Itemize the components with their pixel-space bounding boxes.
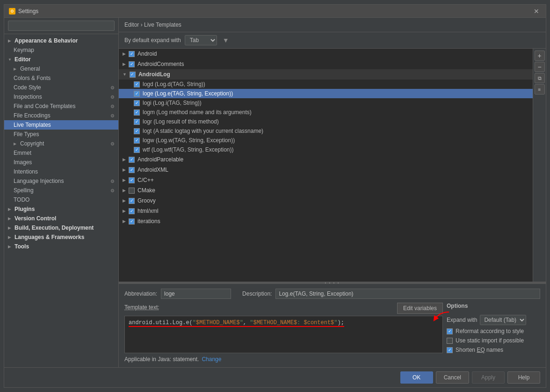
sidebar-item-file-encodings[interactable]: File Encodings ⚙ bbox=[4, 111, 118, 120]
help-button[interactable]: Help bbox=[507, 371, 540, 384]
sidebar-item-build-execution[interactable]: ▶ Build, Execution, Deployment bbox=[4, 223, 118, 232]
search-input[interactable] bbox=[8, 21, 115, 31]
change-link[interactable]: Change bbox=[202, 356, 221, 363]
android-checkbox[interactable]: ✓ bbox=[129, 51, 135, 57]
shorten-eq-checkbox[interactable]: ✓ bbox=[447, 347, 453, 353]
settings-dialog: ⚙ Settings ✕ ▶ Appearance & Behavior Key… bbox=[4, 4, 546, 388]
sidebar-item-todo[interactable]: TODO bbox=[4, 195, 118, 204]
sidebar-item-languages-frameworks[interactable]: ▶ Languages & Frameworks bbox=[4, 232, 118, 242]
logm-label: logm (Log method name and its arguments) bbox=[143, 109, 252, 116]
sidebar-item-code-style[interactable]: Code Style ⚙ bbox=[4, 83, 118, 92]
sidebar-item-version-control[interactable]: ▶ Version Control bbox=[4, 214, 118, 223]
cpp-label: C/C++ bbox=[138, 177, 154, 183]
template-code: android.util.Log.e("$METHOD_NAME$", "$ME… bbox=[129, 319, 344, 327]
cmake-checkbox[interactable] bbox=[129, 188, 135, 194]
iterations-label: iterations bbox=[138, 218, 160, 225]
cancel-button[interactable]: Cancel bbox=[436, 371, 469, 384]
chevron-right-icon: ▶ bbox=[123, 209, 126, 213]
copy-template-button[interactable]: ⧉ bbox=[535, 73, 545, 83]
template-item-logm[interactable]: ✓ logm (Log method name and its argument… bbox=[119, 108, 533, 117]
template-item-logt[interactable]: ✓ logt (A static logtag with your curren… bbox=[119, 126, 533, 136]
template-group-header-cmake[interactable]: ▶ CMake bbox=[119, 185, 533, 196]
wtf-checkbox[interactable]: ✓ bbox=[134, 147, 140, 153]
chevron-right-icon: ▶ bbox=[123, 178, 126, 182]
sidebar-item-colors-fonts[interactable]: Colors & Fonts bbox=[4, 73, 118, 83]
template-text-editor[interactable]: android.util.Log.e("$METHOD_NAME$", "$ME… bbox=[124, 316, 443, 353]
template-item-logw[interactable]: ✓ logw (Log.w(TAG, String, Exception)) bbox=[119, 136, 533, 145]
template-group-header-android[interactable]: ▶ ✓ Android bbox=[119, 49, 533, 59]
template-item-logi[interactable]: ✓ logi (Log.i(TAG, String)) bbox=[119, 98, 533, 108]
sidebar-item-appearance[interactable]: ▶ Appearance & Behavior bbox=[4, 36, 118, 45]
sidebar-item-tools[interactable]: ▶ Tools bbox=[4, 242, 118, 251]
groovy-checkbox[interactable]: ✓ bbox=[129, 198, 135, 204]
apply-button[interactable]: Apply bbox=[472, 371, 505, 384]
cmake-label: CMake bbox=[138, 187, 155, 194]
androidlog-checkbox[interactable]: ✓ bbox=[130, 72, 136, 78]
expand-dropdown-arrow[interactable]: ▼ bbox=[223, 36, 229, 44]
chevron-right-icon-copyright: ▶ bbox=[14, 142, 18, 146]
right-panel: Editor › Live Templates By default expan… bbox=[119, 18, 546, 367]
template-group-header-cpp[interactable]: ▶ ✓ C/C++ bbox=[119, 175, 533, 185]
chevron-right-icon-build: ▶ bbox=[8, 226, 13, 230]
sidebar-item-general[interactable]: ▶ General bbox=[4, 64, 118, 73]
template-group-header-androidparcelable[interactable]: ▶ ✓ AndroidParcelable bbox=[119, 154, 533, 165]
htmlxml-checkbox[interactable]: ✓ bbox=[129, 208, 135, 214]
expand-with-dropdown[interactable]: Tab Enter Space bbox=[185, 35, 217, 45]
reformat-checkbox[interactable]: ✓ bbox=[447, 328, 453, 334]
template-item-loge[interactable]: ✓ loge (Log.e(TAG, String, Exception)) bbox=[119, 89, 533, 98]
template-group-header-androidxml[interactable]: ▶ ✓ AndroidXML bbox=[119, 165, 533, 175]
sidebar-item-intentions[interactable]: Intentions bbox=[4, 167, 118, 176]
description-input[interactable] bbox=[275, 289, 540, 299]
sidebar-item-plugins[interactable]: ▶ Plugins bbox=[4, 204, 118, 214]
close-button[interactable]: ✕ bbox=[532, 7, 541, 16]
logt-checkbox[interactable]: ✓ bbox=[134, 128, 140, 134]
move-template-button[interactable]: ≡ bbox=[535, 84, 545, 94]
ok-button[interactable]: OK bbox=[400, 371, 433, 384]
template-group-header-androidcomments[interactable]: ▶ ✓ AndroidComments bbox=[119, 59, 533, 69]
static-import-checkbox[interactable] bbox=[447, 338, 453, 344]
sidebar-item-inspections[interactable]: Inspections ⚙ bbox=[4, 92, 118, 102]
template-group-header-groovy[interactable]: ▶ ✓ Groovy bbox=[119, 196, 533, 206]
reformat-label: Reformat according to style bbox=[456, 328, 524, 334]
dialog-body: ▶ Appearance & Behavior Keymap ▼ Editor … bbox=[4, 18, 546, 367]
remove-template-button[interactable]: − bbox=[535, 62, 545, 72]
sidebar-item-emmet[interactable]: Emmet bbox=[4, 148, 118, 158]
iterations-checkbox[interactable]: ✓ bbox=[129, 218, 135, 225]
cpp-checkbox[interactable]: ✓ bbox=[129, 177, 135, 183]
template-group-header-htmlxml[interactable]: ▶ ✓ html/xml bbox=[119, 206, 533, 216]
chevron-right-icon-lang: ▶ bbox=[8, 235, 13, 240]
sidebar-item-language-injections[interactable]: Language Injections ⚙ bbox=[4, 176, 118, 186]
chevron-right-icon-plugins: ▶ bbox=[8, 207, 13, 211]
sidebar-item-images[interactable]: Images bbox=[4, 158, 118, 167]
template-item-logd[interactable]: ✓ logd (Log.d(TAG, String)) bbox=[119, 80, 533, 89]
sidebar-item-file-code-templates[interactable]: File and Code Templates ⚙ bbox=[4, 102, 118, 111]
template-item-wtf[interactable]: ✓ wtf (Log.wtf(TAG, String, Exception)) bbox=[119, 145, 533, 154]
androidcomments-checkbox[interactable]: ✓ bbox=[129, 61, 135, 67]
chevron-right-icon: ▶ bbox=[123, 188, 126, 193]
sidebar-item-editor[interactable]: ▼ Editor bbox=[4, 55, 118, 64]
logm-checkbox[interactable]: ✓ bbox=[134, 109, 140, 116]
abbreviation-input[interactable] bbox=[161, 289, 231, 299]
side-toolbar: + − ⧉ ≡ bbox=[533, 49, 546, 282]
androidparcelable-checkbox[interactable]: ✓ bbox=[129, 157, 135, 163]
loge-checkbox[interactable]: ✓ bbox=[134, 91, 140, 97]
add-template-button[interactable]: + bbox=[535, 51, 545, 61]
expand-with-select[interactable]: Default (Tab) Tab Enter Space bbox=[480, 315, 526, 325]
logr-checkbox[interactable]: ✓ bbox=[134, 119, 140, 125]
logw-checkbox[interactable]: ✓ bbox=[134, 138, 140, 144]
template-group-header-androidlog[interactable]: ▼ ✓ AndroidLog bbox=[119, 69, 533, 80]
sidebar-item-file-types[interactable]: File Types bbox=[4, 130, 118, 139]
sidebar-item-keymap[interactable]: Keymap bbox=[4, 45, 118, 55]
sidebar-item-copyright[interactable]: ▶ Copyright ⚙ bbox=[4, 139, 118, 148]
template-item-logr[interactable]: ✓ logr (Log result of this method) bbox=[119, 117, 533, 126]
sidebar-item-live-templates[interactable]: Live Templates bbox=[4, 120, 118, 130]
template-group-iterations: ▶ ✓ iterations bbox=[119, 216, 533, 226]
title-bar: ⚙ Settings ✕ bbox=[4, 5, 546, 18]
edit-variables-button[interactable]: Edit variables bbox=[397, 303, 443, 314]
androidxml-checkbox[interactable]: ✓ bbox=[129, 167, 135, 173]
sidebar-item-spelling[interactable]: Spelling ⚙ bbox=[4, 186, 118, 195]
logd-checkbox[interactable]: ✓ bbox=[134, 81, 140, 87]
chevron-right-icon: ▶ bbox=[123, 219, 126, 224]
logi-checkbox[interactable]: ✓ bbox=[134, 100, 140, 106]
template-group-header-iterations[interactable]: ▶ ✓ iterations bbox=[119, 216, 533, 226]
